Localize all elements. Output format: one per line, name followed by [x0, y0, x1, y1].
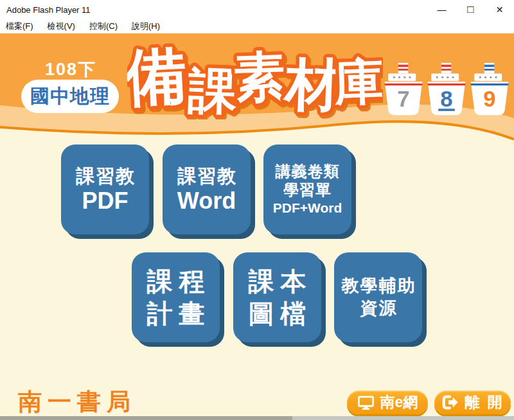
cabin-window	[447, 76, 448, 78]
cabin-window	[495, 76, 497, 78]
tile-label: 講義卷類	[276, 162, 340, 181]
funnel-stripe	[398, 69, 409, 71]
grade-boats: 7 8 9	[383, 62, 510, 118]
cabin-window	[403, 76, 405, 78]
boat-number: 9	[483, 87, 495, 111]
tile-label: 資源	[359, 297, 398, 320]
boat-number: 7	[397, 87, 409, 111]
title-char: 庫	[333, 54, 383, 110]
menubar: 檔案(F) 檢視(V) 控制(C) 說明(H)	[0, 19, 514, 33]
tile-label: PDF	[82, 188, 128, 214]
title-char: 備	[127, 40, 188, 112]
subject-badge: 國中地理	[21, 80, 119, 113]
funnel-stripe	[398, 65, 409, 67]
menu-help[interactable]: 說明(H)	[132, 21, 160, 32]
boat-funnel	[398, 63, 409, 73]
window-controls: — □ ✕	[427, 0, 514, 19]
nan-e-web-label: 南e網	[380, 392, 418, 412]
funnel-stripe	[441, 69, 452, 71]
exit-label: 離 開	[465, 392, 504, 412]
boat-funnel	[484, 63, 495, 73]
tile-label: 圖檔	[242, 297, 313, 329]
boat-funnel	[441, 63, 452, 73]
boat-grade-8: 8	[426, 62, 467, 118]
boat-cabin	[431, 73, 459, 81]
close-icon[interactable]: ✕	[485, 0, 514, 19]
cabin-window	[484, 76, 486, 78]
boat-grade-9: 9	[469, 62, 510, 118]
cabin-window	[452, 76, 454, 78]
tile-label: Word	[177, 188, 236, 214]
tile-textbook-images[interactable]: 課本 圖檔	[233, 252, 321, 342]
funnel-stripe	[441, 65, 452, 67]
hull-stripe	[428, 83, 466, 85]
minimize-icon[interactable]: —	[427, 0, 456, 19]
hull-stripe	[471, 83, 509, 85]
cabin-window	[393, 76, 395, 78]
cabin-window	[436, 76, 438, 78]
boat-cabin	[474, 73, 502, 81]
tile-label: 課習教	[75, 164, 136, 188]
cabin-window	[479, 76, 481, 78]
exit-icon	[441, 394, 459, 411]
menu-view[interactable]: 檢視(V)	[48, 21, 75, 32]
cabin-window	[398, 76, 400, 78]
bottom-scrollbar[interactable]	[0, 416, 514, 420]
nan-e-web-button[interactable]: 南e網	[347, 390, 428, 414]
menu-control[interactable]: 控制(C)	[89, 21, 118, 32]
exit-button[interactable]: 離 開	[434, 390, 511, 414]
title-char: 課	[186, 63, 238, 119]
tile-keshijiao-pdf[interactable]: 課習教 PDF	[61, 144, 149, 234]
cabin-window	[441, 76, 443, 78]
cabin-window	[490, 76, 492, 78]
flash-stage: 108下 國中地理 備 課 素 材 庫	[0, 33, 514, 420]
title-char: 素	[233, 47, 287, 107]
tile-label: 學習單	[283, 181, 332, 200]
boat-number-underline	[438, 109, 455, 111]
hull-stripe	[385, 83, 423, 85]
funnel-stripe	[484, 65, 495, 67]
boat-cabin	[388, 73, 416, 81]
tile-curriculum-plan[interactable]: 課程 計畫	[132, 252, 220, 342]
tile-label: 教學輔助	[341, 275, 416, 297]
tile-keshijiao-word[interactable]: 課習教 Word	[163, 144, 251, 234]
window-titlebar: Adobe Flash Player 11 — □ ✕	[0, 0, 514, 19]
maximize-icon[interactable]: □	[456, 0, 485, 19]
scrollbar-thumb[interactable]	[0, 416, 292, 420]
tile-label: 課程	[141, 265, 211, 297]
tile-worksheets-pdf-word[interactable]: 講義卷類 學習單 PDF+Word	[263, 144, 351, 234]
app-title: 備 課 素 材 庫	[127, 36, 383, 119]
cabin-window	[409, 76, 411, 78]
subject-label: 國中地理	[30, 83, 110, 110]
tile-teaching-resources[interactable]: 教學輔助 資源	[334, 252, 422, 342]
monitor-icon	[357, 395, 375, 410]
semester-label: 108下	[22, 58, 119, 81]
tile-label: 課本	[242, 265, 313, 297]
window-title: Adobe Flash Player 11	[0, 5, 427, 15]
tile-label: 課習教	[176, 164, 237, 188]
tile-label: 計畫	[141, 297, 211, 329]
boat-grade-7: 7	[383, 62, 424, 118]
boat-number: 8	[440, 87, 452, 111]
publisher-logo: 南一書局	[18, 386, 136, 418]
menu-file[interactable]: 檔案(F)	[6, 21, 33, 32]
funnel-stripe	[484, 69, 495, 71]
tile-label: PDF+Word	[273, 200, 342, 216]
